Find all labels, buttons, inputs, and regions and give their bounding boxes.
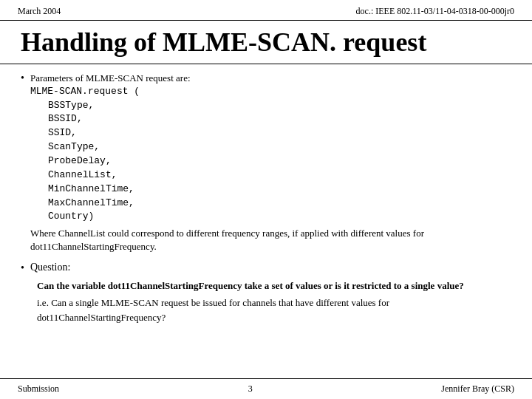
code-block: MLME-SCAN.request ( BSSType, BSSID, SSID…	[30, 85, 511, 224]
bullet-1-content: Parameters of MLME-SCAN request are: MLM…	[30, 72, 511, 254]
header: March 2004 doc.: IEEE 802.11-03/11-04-03…	[0, 0, 532, 21]
header-date: March 2004	[18, 6, 61, 17]
page-title: Handling of MLME-SCAN. request	[21, 28, 511, 58]
bullet-2-section: • Question: Can the variable dot11Channe…	[21, 262, 511, 325]
footer-right: Jennifer Bray (CSR)	[441, 383, 514, 395]
code-line-8: MaxChannelTime,	[48, 197, 511, 211]
bold-question: Can the variable dot11ChannelStartingFre…	[37, 279, 511, 293]
header-doc-id: doc.: IEEE 802.11-03/11-04-0318-00-000jr…	[356, 6, 514, 17]
footer-left: Submission	[18, 383, 59, 395]
bullet-1-section: • Parameters of MLME-SCAN request are: M…	[21, 72, 511, 254]
code-line-9: Country)	[48, 210, 511, 224]
code-line-0: MLME-SCAN.request (	[30, 85, 511, 99]
footer-center: 3	[248, 383, 253, 395]
italic-question: i.e. Can a single MLME-SCAN request be i…	[37, 296, 511, 324]
code-line-2: BSSID,	[48, 112, 511, 126]
bullet-2-intro: Question:	[30, 262, 70, 273]
code-line-4: ScanType,	[48, 140, 511, 154]
code-line-3: SSID,	[48, 126, 511, 140]
where-text: Where ChannelList could correspond to di…	[30, 227, 511, 253]
page: March 2004 doc.: IEEE 802.11-03/11-04-03…	[0, 0, 532, 399]
bullet-1-intro: Parameters of MLME-SCAN request are:	[30, 72, 511, 85]
footer: Submission 3 Jennifer Bray (CSR)	[0, 378, 532, 399]
bullet-2-marker: •	[21, 262, 24, 274]
code-line-7: MinChannelTime,	[48, 183, 511, 197]
bullet-1-marker: •	[21, 72, 24, 84]
code-line-6: ChannelList,	[48, 168, 511, 183]
code-line-5: ProbeDelay,	[48, 154, 511, 168]
title-section: Handling of MLME-SCAN. request	[0, 21, 532, 64]
code-line-1: BSSType,	[48, 99, 511, 113]
main-content: • Parameters of MLME-SCAN request are: M…	[0, 64, 532, 378]
bullet-2-label: • Question:	[21, 262, 511, 274]
